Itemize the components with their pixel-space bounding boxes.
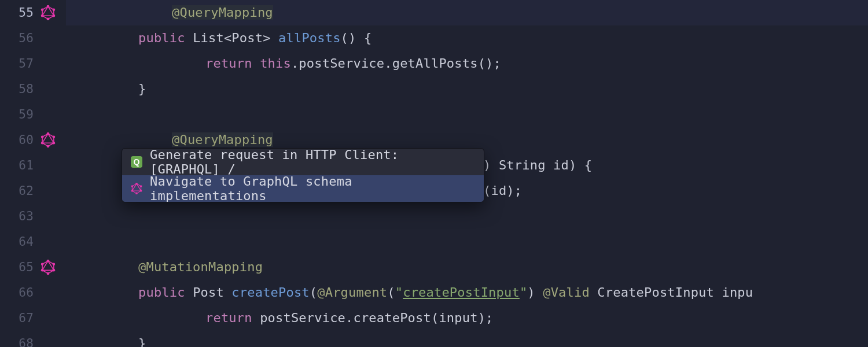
svg-marker-25 (132, 184, 141, 191)
action-generate-http-request[interactable]: QGenerate request in HTTP Client: [GRAPH… (122, 149, 484, 175)
line-number-gutter: 5556575859606162636465666768 (0, 0, 41, 347)
svg-point-30 (131, 190, 134, 192)
line-number: 65 (0, 254, 41, 280)
svg-marker-9 (42, 134, 54, 143)
gutter-icon-slot[interactable] (41, 280, 66, 305)
gutter-icon-slot[interactable] (41, 0, 66, 25)
code-line[interactable]: return this.postService.getAllPosts(); (66, 51, 868, 76)
code-line[interactable]: return postService.createPost(input); (66, 305, 868, 331)
svg-point-31 (131, 185, 134, 187)
graphql-icon (131, 183, 142, 194)
gutter-icon-slot[interactable] (41, 127, 66, 153)
code-line[interactable] (66, 229, 868, 254)
gutter-icon-slot[interactable] (41, 51, 66, 76)
svg-point-23 (41, 263, 44, 265)
svg-point-11 (53, 135, 56, 138)
code-line[interactable]: public Post createPost(@Argument("create… (66, 280, 868, 305)
code-line[interactable]: @QueryMapping (66, 0, 868, 25)
line-number: 63 (0, 204, 41, 229)
code-line[interactable]: public List<Post> allPosts() { (66, 25, 868, 51)
action-navigate-graphql-schema[interactable]: Navigate to GraphQL schema implementatio… (122, 175, 484, 202)
gutter-icon-slot[interactable] (41, 76, 66, 102)
gutter-icon-slot[interactable] (41, 153, 66, 178)
intention-actions-popup[interactable]: QGenerate request in HTTP Client: [GRAPH… (122, 148, 484, 202)
line-number: 62 (0, 178, 41, 204)
line-number: 64 (0, 229, 41, 254)
svg-point-7 (41, 8, 44, 11)
svg-point-4 (53, 14, 56, 17)
line-number: 55 (0, 0, 41, 25)
line-number: 67 (0, 305, 41, 331)
svg-point-12 (53, 142, 56, 145)
svg-point-6 (41, 14, 44, 17)
svg-marker-17 (42, 261, 54, 270)
line-number: 60 (0, 127, 41, 153)
svg-point-20 (53, 269, 56, 272)
svg-marker-1 (42, 6, 54, 16)
svg-point-14 (41, 142, 44, 145)
svg-point-22 (41, 269, 44, 272)
svg-point-19 (53, 263, 56, 265)
http-client-icon: Q (131, 156, 142, 168)
gutter-icon-column (41, 0, 66, 347)
gutter-icon-slot[interactable] (41, 25, 66, 51)
line-number: 61 (0, 153, 41, 178)
popup-item-label: Navigate to GraphQL schema implementatio… (150, 174, 476, 202)
gutter-icon-slot[interactable] (41, 254, 66, 280)
gutter-icon-slot[interactable] (41, 331, 66, 347)
line-number: 58 (0, 76, 41, 102)
code-line[interactable]: } (66, 331, 868, 347)
gutter-icon-slot[interactable] (41, 229, 66, 254)
popup-item-label: Generate request in HTTP Client: [GRAPHQ… (150, 148, 476, 176)
svg-point-27 (140, 185, 142, 187)
code-area[interactable]: @QueryMappingpublic List<Post> allPosts(… (66, 0, 868, 347)
code-line[interactable] (66, 204, 868, 229)
graphql-icon (41, 5, 56, 20)
code-line[interactable]: } (66, 76, 868, 102)
svg-point-15 (41, 135, 44, 138)
line-number: 66 (0, 280, 41, 305)
gutter-icon-slot[interactable] (41, 178, 66, 204)
gutter-icon-slot[interactable] (41, 204, 66, 229)
line-number: 68 (0, 331, 41, 347)
line-number: 57 (0, 51, 41, 76)
line-number: 59 (0, 102, 41, 127)
line-number: 56 (0, 25, 41, 51)
code-editor: 5556575859606162636465666768 @QueryMappi… (0, 0, 868, 347)
code-line[interactable]: @MutationMapping (66, 254, 868, 280)
gutter-icon-slot[interactable] (41, 305, 66, 331)
svg-point-28 (140, 190, 142, 192)
svg-point-3 (53, 8, 56, 11)
code-line[interactable] (66, 102, 868, 127)
graphql-icon (41, 132, 56, 147)
graphql-icon (41, 260, 56, 275)
gutter-icon-slot[interactable] (41, 102, 66, 127)
